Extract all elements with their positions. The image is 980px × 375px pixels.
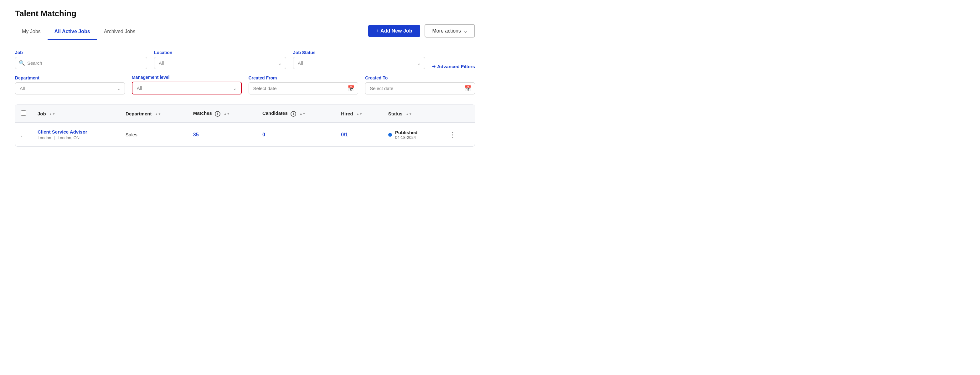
filter-job: Job 🔍 [15,50,147,69]
tabs-actions: + Add New Job More actions ⌄ [368,24,475,41]
table-header-candidates: Candidates i ▲▼ [257,105,335,123]
col-hired-label: Hired [341,111,353,116]
filter-job-input-wrap: 🔍 [15,57,147,69]
tab-all-active-jobs[interactable]: All Active Jobs [48,26,97,40]
row-matches-count[interactable]: 35 [193,132,199,137]
job-province: London, ON [57,135,80,140]
advanced-filters-label: Advanced Filters [437,64,475,69]
filter-job-input[interactable] [15,57,147,69]
table-header-hired: Hired ▲▼ [335,105,383,123]
row-actions-cell: ⋮ [441,123,475,146]
filter-location: Location All ⌄ [154,50,286,69]
filter-created-from-input[interactable] [248,82,358,95]
sort-icon-candidates[interactable]: ▲▼ [299,112,305,116]
table-header-job: Job ▲▼ [32,105,120,123]
table-header-checkbox-cell [15,105,32,123]
table-header-matches: Matches i ▲▼ [188,105,257,123]
col-status-label: Status [388,111,402,116]
management-level-highlight-box: All ⌄ [132,82,242,95]
tabs-list: My Jobs All Active Jobs Archived Jobs [15,26,142,39]
table-header-status: Status ▲▼ [383,105,441,123]
row-status-cell: Published 04-18-2024 [383,123,441,146]
row-checkbox-cell [15,123,32,146]
candidates-info-icon[interactable]: i [291,111,296,117]
status-label: Published [395,130,418,135]
status-badge-wrap: Published 04-18-2024 [388,130,436,140]
filter-location-select-wrap: All ⌄ [154,57,286,69]
filter-job-status-select-wrap: All ⌄ [293,57,425,69]
chevron-icon: ➔ [432,64,436,69]
row-job-cell: Client Service Advisor London | London, … [32,123,120,146]
filter-job-label: Job [15,50,147,55]
more-actions-button[interactable]: More actions ⌄ [425,24,475,38]
table-row: Client Service Advisor London | London, … [15,123,475,146]
row-candidates-cell: 0 [257,123,335,146]
filter-management-level-select-wrap: All ⌄ [132,82,241,94]
col-candidates-label: Candidates [262,111,288,116]
col-job-label: Job [38,111,46,116]
select-all-checkbox[interactable] [21,111,26,116]
page-title: Talent Matching [15,9,475,19]
filter-job-status-label: Job Status [293,50,425,55]
col-matches-label: Matches [193,111,212,116]
jobs-table-container: Job ▲▼ Department ▲▼ Matches i ▲▼ Candid… [15,104,475,147]
tabs-row: My Jobs All Active Jobs Archived Jobs + … [15,24,475,41]
row-menu-button[interactable]: ⋮ [447,130,459,139]
filter-created-to: Created To 📅 [365,75,475,95]
matches-info-icon[interactable]: i [215,111,220,117]
filter-job-status: Job Status All ⌄ [293,50,425,69]
more-actions-label: More actions [432,28,461,34]
filter-department: Department All ⌄ [15,75,125,95]
chevron-down-icon: ⌄ [463,28,468,34]
filter-management-level: Management level All ⌄ [132,75,242,95]
table-header-actions [441,105,475,123]
status-date: 04-18-2024 [395,135,418,140]
col-department-label: Department [126,111,151,116]
row-hired-count: 0/1 [341,132,348,137]
filter-created-to-input-wrap: 📅 [365,82,475,95]
filter-created-from-input-wrap: 📅 [248,82,358,95]
filter-department-select-wrap: All ⌄ [15,82,125,95]
filter-location-select[interactable]: All [154,57,286,69]
sort-icon-hired[interactable]: ▲▼ [356,112,363,116]
row-select-checkbox[interactable] [21,132,26,137]
row-department: Sales [126,132,137,137]
sort-icon-department[interactable]: ▲▼ [155,112,161,116]
table-header-department: Department ▲▼ [120,105,188,123]
location-separator: | [54,135,55,140]
row-candidates-count: 0 [262,132,265,137]
tab-archived-jobs[interactable]: Archived Jobs [97,26,142,40]
filter-created-from: Created From 📅 [248,75,358,95]
status-text-group: Published 04-18-2024 [395,130,418,140]
filter-created-to-input[interactable] [365,82,475,95]
row-matches-cell: 35 [188,123,257,146]
filter-department-label: Department [15,75,125,81]
tab-my-jobs[interactable]: My Jobs [15,26,48,40]
sort-icon-matches[interactable]: ▲▼ [224,112,230,116]
filter-created-from-label: Created From [248,75,358,81]
filter-department-select[interactable]: All [15,82,125,95]
filter-management-level-label: Management level [132,75,242,80]
filter-location-label: Location [154,50,286,55]
filters-area: Job 🔍 Location All ⌄ Job Status [15,50,475,95]
row-hired-cell: 0/1 [335,123,383,146]
jobs-table: Job ▲▼ Department ▲▼ Matches i ▲▼ Candid… [15,105,475,146]
filter-created-to-label: Created To [365,75,475,81]
advanced-filters-link[interactable]: ➔ Advanced Filters [432,56,475,69]
add-new-job-button[interactable]: + Add New Job [368,25,420,37]
job-title-link[interactable]: Client Service Advisor [38,129,114,134]
filter-management-level-select[interactable]: All [132,82,241,94]
filter-job-status-select[interactable]: All [293,57,425,69]
job-city: London [38,135,51,140]
row-department-cell: Sales [120,123,188,146]
sort-icon-status[interactable]: ▲▼ [406,112,412,116]
status-dot [388,133,392,137]
job-location: London | London, ON [38,135,114,140]
table-header-row: Job ▲▼ Department ▲▼ Matches i ▲▼ Candid… [15,105,475,123]
sort-icon-job[interactable]: ▲▼ [49,112,56,116]
